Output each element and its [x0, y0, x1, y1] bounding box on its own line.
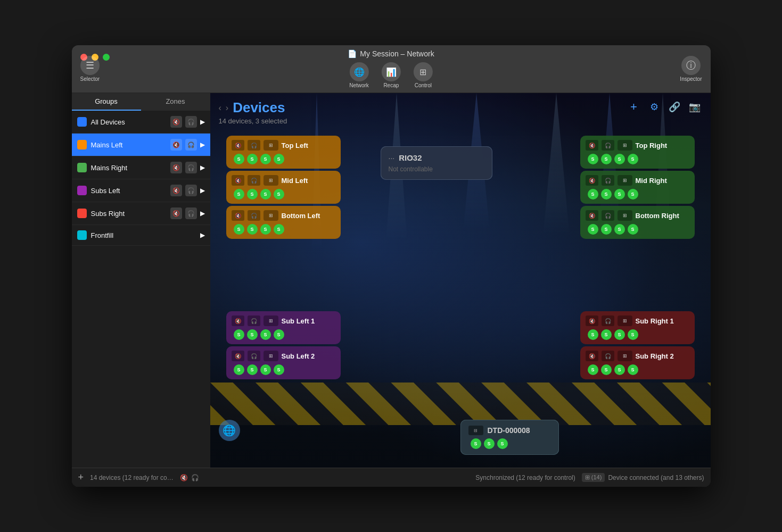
mid-left-mute[interactable]: 🔇 [232, 175, 244, 186]
slot-1[interactable]: S [234, 154, 244, 164]
slot-3[interactable]: S [614, 329, 625, 340]
subs-right-mute-btn[interactable]: 🔇 [170, 207, 182, 219]
subs-right-headphone-btn[interactable]: 🎧 [185, 207, 197, 219]
slot-3[interactable]: S [260, 189, 271, 200]
slot-2[interactable]: S [601, 364, 612, 375]
slot-1[interactable]: S [588, 224, 598, 235]
all-devices-mute-btn[interactable]: 🔇 [170, 116, 182, 128]
sub-right-2-mute[interactable]: 🔇 [586, 351, 598, 361]
slot-2[interactable]: S [601, 224, 612, 235]
slot-1[interactable]: S [588, 329, 598, 340]
slot-4[interactable]: S [628, 329, 638, 340]
slot-4[interactable]: S [274, 189, 284, 200]
statusbar-mute-icon[interactable]: 🔇 [180, 474, 188, 481]
subs-left-headphone-btn[interactable]: 🎧 [185, 185, 197, 196]
top-left-headphone[interactable]: 🎧 [248, 140, 260, 151]
mains-right-headphone-btn[interactable]: 🎧 [185, 162, 197, 173]
slot-2[interactable]: S [484, 438, 495, 449]
device-bottom-left[interactable]: 🔇 🎧 ⊞ Bottom Left S S S S [226, 206, 341, 239]
slot-2[interactable]: S [247, 189, 258, 200]
slot-2[interactable]: S [247, 329, 258, 340]
mains-left-headphone-btn[interactable]: 🎧 [185, 139, 197, 151]
slot-2[interactable]: S [601, 189, 612, 200]
mid-left-headphone[interactable]: 🎧 [248, 175, 260, 186]
slot-4[interactable]: S [628, 364, 638, 375]
tab-groups[interactable]: Groups [72, 93, 141, 111]
slot-3[interactable]: S [497, 438, 508, 449]
slot-4[interactable]: S [274, 224, 284, 235]
screenshot-tool-btn[interactable]: 📷 [687, 99, 702, 114]
slot-3[interactable]: S [614, 364, 625, 375]
slot-4[interactable]: S [628, 224, 638, 235]
mid-right-headphone[interactable]: 🎧 [602, 175, 614, 186]
top-left-mute[interactable]: 🔇 [232, 140, 244, 151]
sub-right-1-mute[interactable]: 🔇 [586, 315, 598, 326]
slot-3[interactable]: S [614, 224, 625, 235]
sub-right-1-headphone[interactable]: 🎧 [602, 315, 614, 326]
maximize-button[interactable] [103, 54, 110, 61]
slot-4[interactable]: S [274, 364, 284, 375]
slot-2[interactable]: S [601, 329, 612, 340]
top-right-mute[interactable]: 🔇 [586, 140, 598, 151]
sub-left-1-headphone[interactable]: 🎧 [248, 315, 260, 326]
slot-1[interactable]: S [234, 364, 244, 375]
all-devices-headphone-btn[interactable]: 🎧 [185, 116, 197, 128]
slot-1[interactable]: S [588, 189, 598, 200]
device-sub-right-2[interactable]: 🔇 🎧 ⊞ Sub Right 2 S S S S [580, 346, 695, 379]
selector-icon[interactable]: ☰ [80, 56, 100, 75]
device-sub-left-2[interactable]: 🔇 🎧 ⊞ Sub Left 2 S S S S [226, 346, 341, 379]
bottom-right-mute[interactable]: 🔇 [586, 210, 598, 221]
subs-left-mute-btn[interactable]: 🔇 [170, 185, 182, 196]
nav-forward[interactable]: › [226, 103, 228, 113]
sub-left-2-headphone[interactable]: 🎧 [248, 351, 260, 361]
tab-zones[interactable]: Zones [141, 93, 210, 111]
device-bottom-right[interactable]: 🔇 🎧 ⊞ Bottom Right S S S S [580, 206, 695, 239]
bottom-left-mute[interactable]: 🔇 [232, 210, 244, 221]
slot-2[interactable]: S [247, 364, 258, 375]
slot-4[interactable]: S [274, 329, 284, 340]
sidebar-item-mains-left[interactable]: Mains Left 🔇 🎧 ▶ [72, 134, 210, 156]
slot-2[interactable]: S [601, 154, 612, 164]
mains-left-mute-btn[interactable]: 🔇 [170, 139, 182, 151]
sub-right-2-headphone[interactable]: 🎧 [602, 351, 614, 361]
toolbar-network[interactable]: 🌐 Network [349, 62, 369, 88]
sub-left-2-mute[interactable]: 🔇 [232, 351, 244, 361]
globe-icon[interactable]: 🌐 [219, 420, 240, 441]
device-sub-right-1[interactable]: 🔇 🎧 ⊞ Sub Right 1 S S S S [580, 311, 695, 344]
mid-right-mute[interactable]: 🔇 [586, 175, 598, 186]
slot-3[interactable]: S [614, 189, 625, 200]
slot-1[interactable]: S [234, 224, 244, 235]
device-top-right[interactable]: 🔇 🎧 ⊞ Top Right S S S S [580, 136, 695, 169]
nav-back[interactable]: ‹ [219, 103, 221, 113]
slot-4[interactable]: S [628, 189, 638, 200]
sidebar-item-frontfill[interactable]: Frontfill ▶ [72, 225, 210, 246]
statusbar-add-btn[interactable]: + [78, 472, 84, 483]
device-mid-right[interactable]: 🔇 🎧 ⊞ Mid Right S S S S [580, 171, 695, 204]
add-tool-btn[interactable]: + [627, 99, 641, 114]
toolbar-recap[interactable]: 📊 Recap [382, 62, 401, 88]
device-top-left[interactable]: 🔇 🎧 ⊞ Top Left S S S S [226, 136, 341, 169]
slot-1[interactable]: S [234, 329, 244, 340]
sidebar-item-subs-left[interactable]: Subs Left 🔇 🎧 ▶ [72, 179, 210, 202]
bottom-left-headphone[interactable]: 🎧 [248, 210, 260, 221]
network-tool-btn[interactable]: 🔗 [667, 99, 682, 114]
slot-3[interactable]: S [260, 154, 271, 164]
dtd-000008[interactable]: ⊟ DTD-000008 S S S [460, 420, 559, 455]
nc-device-rio32[interactable]: ··· RIO32 Not controllable [381, 146, 492, 180]
slot-3[interactable]: S [260, 224, 271, 235]
slot-1[interactable]: S [471, 438, 481, 449]
sidebar-item-subs-right[interactable]: Subs Right 🔇 🎧 ▶ [72, 202, 210, 225]
toolbar-control[interactable]: ⊞ Control [414, 62, 433, 88]
device-sub-left-1[interactable]: 🔇 🎧 ⊞ Sub Left 1 S S S S [226, 311, 341, 344]
slot-3[interactable]: S [260, 364, 271, 375]
sub-left-1-mute[interactable]: 🔇 [232, 315, 244, 326]
slot-4[interactable]: S [628, 154, 638, 164]
slot-3[interactable]: S [260, 329, 271, 340]
statusbar-headphone-icon[interactable]: 🎧 [191, 474, 199, 481]
inspector-area[interactable]: ⓘ Inspector [680, 45, 702, 93]
slot-3[interactable]: S [614, 154, 625, 164]
slot-1[interactable]: S [588, 154, 598, 164]
slot-4[interactable]: S [274, 154, 284, 164]
slot-2[interactable]: S [247, 154, 258, 164]
slot-1[interactable]: S [588, 364, 598, 375]
